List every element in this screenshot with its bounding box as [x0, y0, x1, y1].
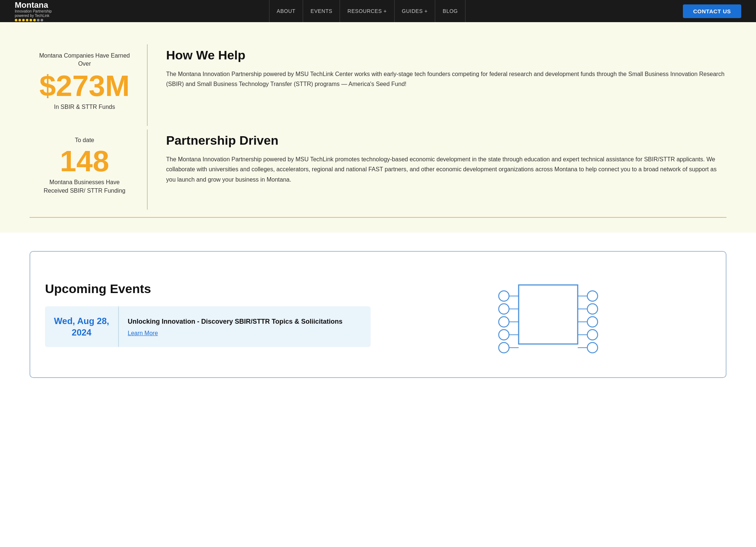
svg-rect-0 [519, 285, 578, 344]
stat-block-1: Montana Companies Have Earned Over $273M… [30, 44, 148, 126]
partnership-driven-title: Partnership Driven [166, 133, 726, 148]
svg-point-19 [587, 343, 598, 353]
stat1-label-bottom: In SBIR & STTR Funds [37, 103, 132, 111]
contact-us-button[interactable]: CONTACT US [683, 4, 741, 18]
nav-item-events[interactable]: EVENTS [303, 0, 340, 22]
stat2-label-bottom: Montana Businesses Have Received SBIR/ S… [37, 178, 132, 195]
svg-point-13 [587, 304, 598, 314]
svg-point-5 [499, 317, 509, 327]
stats-content-row-1: Montana Companies Have Earned Over $273M… [30, 44, 726, 126]
logo-dot [30, 19, 32, 21]
event-item: Wed, Aug 28, 2024 Unlocking Innovation -… [45, 306, 371, 347]
svg-point-1 [499, 291, 509, 301]
logo-dots [15, 19, 52, 21]
nav-links: ABOUT EVENTS RESOURCES + GUIDES + BLOG [269, 0, 466, 22]
logo-dot [37, 19, 39, 21]
nav-link-events[interactable]: EVENTS [303, 0, 340, 22]
logo-dot [26, 19, 28, 21]
how-we-help-body: The Montana Innovation Partnership power… [166, 69, 726, 89]
stat-block-2: To date 148 Montana Businesses Have Rece… [30, 130, 148, 210]
nav-link-about[interactable]: ABOUT [269, 0, 303, 22]
svg-point-15 [587, 317, 598, 327]
stat2-number: 148 [37, 147, 132, 176]
stat2-label-top: To date [37, 137, 132, 144]
events-card: Upcoming Events Wed, Aug 28, 2024 Unlock… [30, 251, 726, 378]
logo-sub-text: Innovation Partnership [15, 9, 52, 14]
event-date-block: Wed, Aug 28, 2024 [45, 306, 119, 347]
event-info: Unlocking Innovation - Discovery SBIR/ST… [119, 306, 371, 347]
stat1-label-top: Montana Companies Have Earned Over [37, 52, 132, 68]
logo-powered-text: powered by TechLink [15, 14, 52, 18]
nav-item-blog[interactable]: BLOG [435, 0, 465, 22]
logo: Montana Innovation Partnership powered b… [15, 1, 52, 21]
partnership-driven-block: Partnership Driven The Montana Innovatio… [148, 130, 726, 210]
nav-item-about[interactable]: ABOUT [269, 0, 303, 22]
logo-dot [33, 19, 36, 21]
svg-point-9 [499, 343, 509, 353]
nav-item-guides[interactable]: GUIDES + [395, 0, 436, 22]
logo-main-text: Montana [15, 1, 52, 9]
logo-dot [22, 19, 25, 21]
stat1-number: $273M [37, 71, 132, 101]
logo-dot [15, 19, 17, 21]
how-we-help-block: How We Help The Montana Innovation Partn… [148, 44, 726, 126]
nav-item-resources[interactable]: RESOURCES + [340, 0, 394, 22]
chip-svg [482, 266, 615, 362]
nav-link-blog[interactable]: BLOG [435, 0, 465, 22]
chip-diagram [385, 266, 711, 362]
event-date-text: Wed, Aug 28, 2024 [52, 315, 111, 338]
logo-dot [41, 19, 43, 21]
svg-point-7 [499, 330, 509, 340]
how-we-help-title: How We Help [166, 48, 726, 62]
svg-point-11 [587, 291, 598, 301]
svg-point-3 [499, 304, 509, 314]
events-left: Upcoming Events Wed, Aug 28, 2024 Unlock… [45, 282, 371, 347]
logo-dot [18, 19, 21, 21]
stats-content-row-2: To date 148 Montana Businesses Have Rece… [30, 130, 726, 210]
section-divider [30, 217, 726, 218]
event-learn-more-link[interactable]: Learn More [128, 330, 362, 337]
events-section: Upcoming Events Wed, Aug 28, 2024 Unlock… [0, 233, 756, 400]
event-title: Unlocking Innovation - Discovery SBIR/ST… [128, 317, 362, 326]
partnership-driven-body: The Montana Innovation Partnership power… [166, 154, 726, 185]
nav-link-resources[interactable]: RESOURCES + [340, 0, 394, 22]
navbar: Montana Innovation Partnership powered b… [0, 0, 756, 22]
upcoming-events-title: Upcoming Events [45, 282, 371, 296]
main-content-area: Montana Companies Have Earned Over $273M… [0, 22, 756, 233]
nav-link-guides[interactable]: GUIDES + [395, 0, 436, 22]
svg-point-17 [587, 330, 598, 340]
